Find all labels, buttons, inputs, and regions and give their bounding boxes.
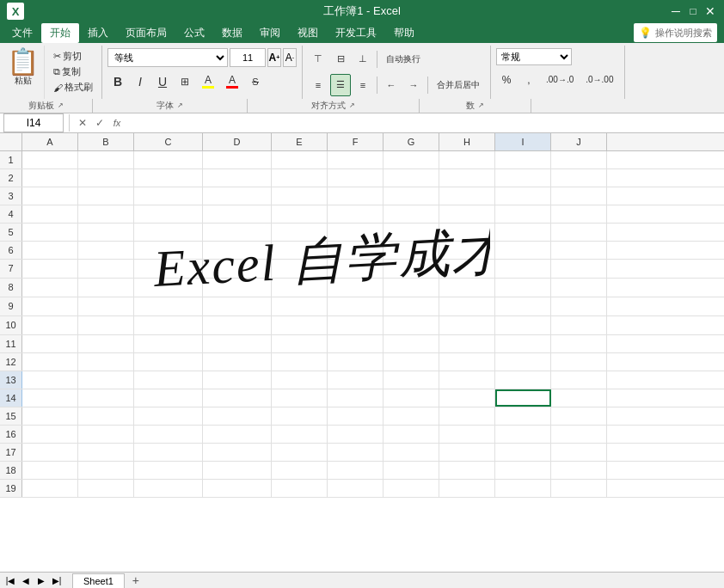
cell-e3[interactable]	[272, 187, 328, 205]
cell-e12[interactable]	[272, 353, 328, 371]
cell-j12[interactable]	[551, 353, 607, 371]
row-number[interactable]: 6	[0, 242, 22, 259]
sheet-last-button[interactable]: ▶|	[50, 573, 64, 587]
cell-b17[interactable]	[78, 444, 134, 461]
col-header-a[interactable]: A	[22, 133, 78, 150]
cell-h2[interactable]	[439, 169, 495, 187]
cell-d7[interactable]	[203, 260, 272, 278]
row-number[interactable]: 7	[0, 260, 22, 278]
cell-d17[interactable]	[203, 444, 272, 461]
cell-g5[interactable]	[383, 224, 439, 241]
col-header-g[interactable]: G	[383, 133, 439, 150]
indent-inc-button[interactable]: →	[403, 74, 424, 96]
cell-g14[interactable]	[383, 389, 439, 407]
cell-j10[interactable]	[551, 316, 607, 334]
cell-g7[interactable]	[383, 260, 439, 278]
menu-insert[interactable]: 插入	[79, 23, 117, 43]
cell-a7[interactable]	[22, 260, 78, 278]
cell-b2[interactable]	[78, 169, 134, 187]
cell-i9[interactable]	[495, 297, 551, 315]
cell-c9[interactable]	[134, 297, 203, 315]
cell-b3[interactable]	[78, 187, 134, 205]
cell-d12[interactable]	[203, 353, 272, 371]
cell-a10[interactable]	[22, 316, 78, 334]
cell-c16[interactable]	[134, 426, 203, 443]
cell-a5[interactable]	[22, 224, 78, 241]
cell-i19[interactable]	[495, 480, 551, 497]
sheet-next-button[interactable]: ▶	[34, 573, 48, 587]
cell-d9[interactable]	[203, 297, 272, 315]
cell-g3[interactable]	[383, 187, 439, 205]
cell-f14[interactable]	[328, 389, 383, 407]
menu-formula[interactable]: 公式	[175, 23, 213, 43]
close-button[interactable]: ✕	[703, 4, 717, 18]
cell-e1[interactable]	[272, 151, 328, 168]
cell-j11[interactable]	[551, 335, 607, 352]
cell-j15[interactable]	[551, 407, 607, 425]
cell-d1[interactable]	[203, 151, 272, 168]
italic-button[interactable]: I	[130, 70, 150, 93]
col-header-h[interactable]: H	[439, 133, 495, 150]
cell-h11[interactable]	[439, 335, 495, 352]
cell-c18[interactable]	[134, 462, 203, 479]
cell-c1[interactable]	[134, 151, 203, 168]
cell-c4[interactable]	[134, 205, 203, 223]
font-expand-icon[interactable]: ↗	[177, 101, 183, 109]
col-header-j[interactable]: J	[551, 133, 607, 150]
strikethrough-button[interactable]: S	[245, 70, 266, 93]
cell-f12[interactable]	[328, 353, 383, 371]
cell-f15[interactable]	[328, 407, 383, 425]
cell-g11[interactable]	[383, 335, 439, 352]
cell-i5[interactable]	[495, 224, 551, 241]
cell-f6[interactable]	[328, 242, 383, 259]
paste-button[interactable]: 📋 粘贴	[5, 46, 45, 99]
cell-c14[interactable]	[134, 389, 203, 407]
cell-f17[interactable]	[328, 444, 383, 461]
cell-e16[interactable]	[272, 426, 328, 443]
cell-i18[interactable]	[495, 462, 551, 479]
menu-file[interactable]: 文件	[3, 23, 41, 43]
cell-f9[interactable]	[328, 297, 383, 315]
row-number[interactable]: 13	[0, 371, 22, 389]
cell-a13[interactable]	[22, 371, 78, 389]
row-number[interactable]: 4	[0, 205, 22, 223]
cell-i8[interactable]	[495, 279, 551, 297]
menu-data[interactable]: 数据	[213, 23, 251, 43]
cell-e6[interactable]	[272, 242, 328, 259]
cell-h5[interactable]	[439, 224, 495, 241]
cell-j19[interactable]	[551, 480, 607, 497]
cell-h18[interactable]	[439, 462, 495, 479]
cell-i12[interactable]	[495, 353, 551, 371]
row-number[interactable]: 3	[0, 187, 22, 205]
menu-view[interactable]: 视图	[289, 23, 327, 43]
cell-b8[interactable]	[78, 279, 134, 297]
cell-i14-active[interactable]	[495, 389, 551, 407]
menu-start[interactable]: 开始	[41, 23, 79, 43]
row-number[interactable]: 10	[0, 316, 22, 334]
cell-f5[interactable]	[328, 224, 383, 241]
cell-h10[interactable]	[439, 316, 495, 334]
cell-a9[interactable]	[22, 297, 78, 315]
cell-g18[interactable]	[383, 462, 439, 479]
cell-e18[interactable]	[272, 462, 328, 479]
menu-review[interactable]: 审阅	[251, 23, 289, 43]
cell-a18[interactable]	[22, 462, 78, 479]
cell-i4[interactable]	[495, 205, 551, 223]
cell-a1[interactable]	[22, 151, 78, 168]
cell-d2[interactable]	[203, 169, 272, 187]
cell-e19[interactable]	[272, 480, 328, 497]
cell-h17[interactable]	[439, 444, 495, 461]
cell-a4[interactable]	[22, 205, 78, 223]
cell-j2[interactable]	[551, 169, 607, 187]
cell-b1[interactable]	[78, 151, 134, 168]
cell-g1[interactable]	[383, 151, 439, 168]
cell-e14[interactable]	[272, 389, 328, 407]
cell-b16[interactable]	[78, 426, 134, 443]
cell-b11[interactable]	[78, 335, 134, 352]
cell-g12[interactable]	[383, 353, 439, 371]
cell-d18[interactable]	[203, 462, 272, 479]
clipboard-expand-icon[interactable]: ↗	[58, 101, 64, 109]
cell-j1[interactable]	[551, 151, 607, 168]
cell-a19[interactable]	[22, 480, 78, 497]
align-left-button[interactable]: ≡	[308, 74, 328, 96]
